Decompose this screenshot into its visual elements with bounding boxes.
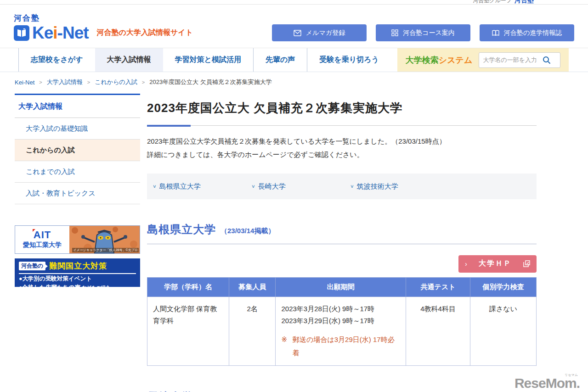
ait-banner-caption: イメージキャラクター「鉄人28号」©光プロ <box>72 248 139 252</box>
cell-capacity: 2名 <box>229 297 276 366</box>
banner-title: 難関国立大対策 <box>49 261 107 271</box>
chevron-down-icon: ∨ <box>251 184 255 189</box>
university-search-input[interactable] <box>483 56 543 63</box>
page-title: 2023年度国公立大 欠員補充２次募集実施大学 <box>147 100 537 116</box>
course-guide-label: 河合塾コース案内 <box>403 29 455 37</box>
nav-item-senpai-voice[interactable]: 先輩の声 <box>253 48 307 72</box>
intro-line-2: 詳細につきましては、各大学のホームページで必ずご確認ください。 <box>147 148 537 161</box>
anchor-link-shimane[interactable]: ∨島根県立大学 <box>153 182 251 191</box>
recruitment-table: 学部（学科）名 募集人員 出願期間 共通テスト 個別学力検査 人間文化学部 保育… <box>147 277 537 366</box>
breadcrumb-current-page: 2023年度国公立大 欠員補充２次募集実施大学 <box>149 78 272 86</box>
anchor-link-box: ∨島根県立大学 ∨長崎大学 ∨筑波技術大学 <box>147 174 537 199</box>
ait-university-name: 愛知工業大学 <box>23 241 62 249</box>
group-label: 河合塾グループ <box>473 0 512 4</box>
mail-icon <box>294 30 301 36</box>
col-header-application-period: 出願期間 <box>276 277 406 297</box>
nav-item-admission-info[interactable]: 大学入試情報 <box>95 48 163 72</box>
period-note: ※ 郵送の場合は3月29日(水) 17時必着 <box>281 333 400 359</box>
main-content: 2023年度国公立大 欠員補充２次募集実施大学 2023年度国公立大学欠員補充２… <box>147 94 537 392</box>
nav-item-study-strategy[interactable]: 学習対策と模試活用 <box>163 48 253 72</box>
ait-robot-illustration: イメージキャラクター「鉄人28号」©光プロ <box>69 226 140 253</box>
sidebar-item-topics[interactable]: 入試・教育トピックス <box>15 183 140 204</box>
breadcrumb-separator: > <box>39 79 42 85</box>
book-logo-icon <box>14 25 29 41</box>
chevron-down-icon: ∨ <box>153 184 157 189</box>
breadcrumb-separator: > <box>142 79 145 85</box>
kawaijuku-logo-text: 河合塾 <box>14 13 89 23</box>
sidebar-item-basics[interactable]: 大学入試の基礎知識 <box>15 118 140 140</box>
resemom-watermark: リセマム ReseMom. <box>514 376 580 390</box>
anchor-link-tsukuba-tech[interactable]: ∨筑波技術大学 <box>350 182 449 191</box>
breadcrumb-separator: > <box>87 79 90 85</box>
course-guide-button[interactable]: 河合塾コース案内 <box>376 24 470 41</box>
keinet-logo-text: Kei-Net <box>32 24 89 41</box>
site-header: 河合塾 Kei-Net 河合塾の大学入試情報サイト メルマガ登録 河合塾コース案… <box>0 5 588 48</box>
university-search-box <box>479 52 560 68</box>
ait-logo: AIT <box>34 230 51 240</box>
cell-application-period: 2023年3月28日(火) 9時～17時 2023年3月29日(水) 9時～17… <box>276 297 406 366</box>
top-utility-bar: 河合塾グループ河合塾 <box>0 0 588 5</box>
university-name: 長崎大学 <box>147 390 193 392</box>
book-icon <box>492 30 499 36</box>
global-nav: 志望校をさがす 大学入試情報 学習対策と模試活用 先輩の声 受験を乗り切ろう 大… <box>0 48 588 72</box>
breadcrumb: Kei-Net > 大学入試情報 > これからの入試 > 2023年度国公立大 … <box>0 72 588 91</box>
section-heading-nagasaki: 長崎大学 （23/03/14掲載） <box>147 390 537 392</box>
university-hp-button[interactable]: › 大学ＨＰ <box>458 255 537 273</box>
external-link-icon <box>523 260 530 267</box>
university-search-system: 大学検索システム <box>397 48 569 72</box>
sidebar-menu-title[interactable]: 大学入試情報 <box>15 95 140 118</box>
cell-department: 人間文化学部 保育教育学科 <box>147 297 229 366</box>
kawaijuku-national-univ-banner[interactable]: 河合塾の 難関国立大対策 ●大学別の受験対策イベント ●合格した先輩たちの声 な… <box>15 258 140 287</box>
search-icon[interactable] <box>543 56 551 64</box>
mailmag-register-label: メルマガ登録 <box>306 29 345 37</box>
search-system-label: 大学検索システム <box>406 55 473 66</box>
grid-icon <box>391 29 398 36</box>
ait-university-banner[interactable]: AIT 愛知工業大学 イメージキャラクター「鉄人28号」©光プロ <box>15 225 140 254</box>
nav-item-find-school[interactable]: 志望校をさがす <box>18 48 95 72</box>
resemom-ruby: リセマム <box>565 373 578 376</box>
banner-bullet-2: ●合格した先輩たちの声 などをご紹介 <box>19 284 136 291</box>
col-header-capacity: 募集人員 <box>229 277 276 297</box>
title-divider <box>147 125 537 127</box>
col-header-department: 学部（学科）名 <box>147 277 229 297</box>
section-divider <box>147 244 537 244</box>
section-heading-shimane: 島根県立大学 （23/03/14掲載） <box>147 222 537 237</box>
cell-common-test: 4教科4科目 <box>406 297 470 366</box>
group-brand-link[interactable]: 河合塾 <box>514 0 534 4</box>
sidebar-item-upcoming-exams[interactable]: これからの入試 <box>15 140 140 161</box>
intro-line-1: 2023年度国公立大学欠員補充２次募集を発表している大学を一覧にしました。（23… <box>147 134 537 148</box>
anchor-link-nagasaki[interactable]: ∨長崎大学 <box>251 182 350 191</box>
period-line-1: 2023年3月28日(火) 9時～17時 <box>281 303 400 315</box>
magazine-label: 河合塾の進学情報誌 <box>504 29 562 37</box>
breadcrumb-admission-info[interactable]: 大学入試情報 <box>47 78 83 86</box>
cell-individual-exam: 課さない <box>470 297 536 366</box>
col-header-individual-exam: 個別学力検査 <box>470 277 536 297</box>
nav-item-survive-exam[interactable]: 受験を乗り切ろう <box>307 48 391 72</box>
magazine-button[interactable]: 河合塾の進学情報誌 <box>480 24 574 41</box>
breadcrumb-upcoming-exams[interactable]: これからの入試 <box>95 78 137 86</box>
table-header-row: 学部（学科）名 募集人員 出願期間 共通テスト 個別学力検査 <box>147 277 537 297</box>
table-row: 人間文化学部 保育教育学科 2名 2023年3月28日(火) 9時～17時 20… <box>147 297 537 366</box>
banner-bullet-1: ●大学別の受験対策イベント <box>19 275 136 283</box>
col-header-common-test: 共通テスト <box>406 277 470 297</box>
banner-prefix-chip: 河合塾の <box>19 262 45 270</box>
site-tagline: 河合塾の大学入試情報サイト <box>97 28 193 38</box>
mailmag-register-button[interactable]: メルマガ登録 <box>272 24 367 41</box>
sidebar: 大学入試情報 大学入試の基礎知識 これからの入試 これまでの入試 入試・教育トピ… <box>15 94 140 287</box>
university-name: 島根県立大学 <box>147 222 216 237</box>
posted-date: （23/03/14掲載） <box>220 227 275 235</box>
site-logo[interactable]: 河合塾 Kei-Net <box>14 13 89 41</box>
sidebar-item-past-exams[interactable]: これまでの入試 <box>15 161 140 183</box>
period-line-2: 2023年3月29日(水) 9時～17時 <box>281 315 400 327</box>
chevron-down-icon: ∨ <box>350 184 354 189</box>
breadcrumb-home[interactable]: Kei-Net <box>15 79 34 86</box>
